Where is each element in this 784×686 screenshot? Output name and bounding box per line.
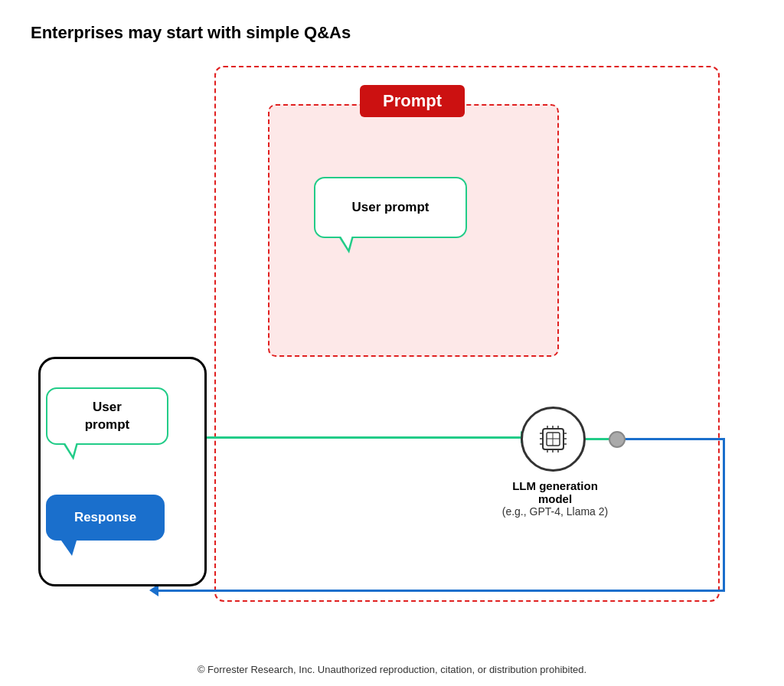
llm-main-label: LLM generationmodel <box>490 479 620 505</box>
arrow-prompt-to-llm <box>207 436 522 439</box>
prompt-label: Prompt <box>360 85 465 117</box>
page-title: Enterprises may start with simple Q&As <box>31 23 753 43</box>
phone-user-prompt-bubble: Userprompt <box>46 387 168 445</box>
llm-sub-label: (e.g., GPT-4, Llama 2) <box>490 505 620 518</box>
arrow-llm-down <box>723 438 725 591</box>
arrow-llm-to-phone <box>157 590 725 592</box>
phone-response-text: Response <box>74 510 136 525</box>
llm-output-circle <box>609 431 626 448</box>
inner-user-prompt-text: User prompt <box>351 200 429 215</box>
diagram-area: Prompt User prompt Userprompt Response <box>31 58 750 655</box>
footer-text: © Forrester Research, Inc. Unauthorized … <box>0 664 784 675</box>
page-container: Enterprises may start with simple Q&As P… <box>0 0 784 686</box>
arrow-llm-right <box>626 438 725 440</box>
phone-user-prompt-text: Userprompt <box>85 399 130 433</box>
llm-circle <box>521 407 586 472</box>
llm-icon <box>532 418 574 460</box>
phone-response-bubble: Response <box>46 495 165 541</box>
llm-label: LLM generationmodel (e.g., GPT-4, Llama … <box>490 479 620 518</box>
inner-user-prompt-bubble: User prompt <box>314 177 467 238</box>
